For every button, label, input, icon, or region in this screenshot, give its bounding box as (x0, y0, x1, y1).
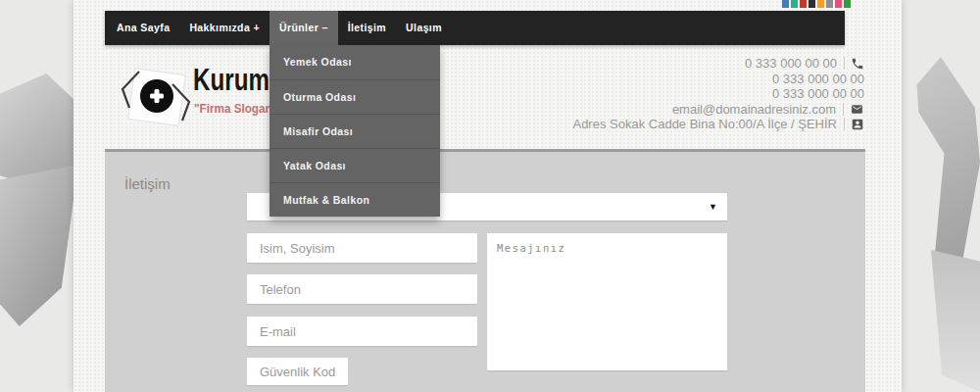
contact-email-iconwrap (843, 103, 864, 116)
contact-phone-line-2: 0 333 000 00 00 (572, 72, 864, 87)
contact-phone-iconwrap (844, 57, 864, 71)
dropdown-item-mutfak-balkon[interactable]: Mutfak & Balkon (270, 182, 440, 217)
contact-email-line: email@domainadresiniz.com (572, 102, 864, 118)
social-square-7[interactable] (835, 0, 842, 8)
nav-item-ulasim[interactable]: Ulaşım (396, 11, 452, 45)
main-nav: Ana Sayfa Hakkımızda + Ürünler – Yemek O… (105, 11, 845, 45)
nav-item-urunler[interactable]: Ürünler – Yemek Odası Oturma Odası Misaf… (270, 11, 338, 45)
divider (844, 118, 845, 130)
social-square-5[interactable] (817, 0, 824, 8)
nav-item-ana-sayfa[interactable]: Ana Sayfa (107, 11, 179, 45)
contact-address-iconwrap (844, 118, 864, 131)
nav-item-hakkimizda[interactable]: Hakkımızda + (179, 11, 270, 45)
page-title: İletişim (124, 175, 171, 192)
phone-field[interactable] (247, 274, 477, 304)
contact-phone-line-1: 0 333 000 00 00 (572, 56, 864, 72)
decor-polygon-right (895, 57, 980, 287)
dropdown-item-yemek-odasi[interactable]: Yemek Odası (270, 45, 440, 79)
dropdown-item-misafir-odasi[interactable]: Misafir Odası (270, 114, 440, 148)
phone-icon (851, 57, 864, 71)
contact-address: Adres Sokak Cadde Bina No:00/A İlçe / ŞE… (572, 117, 837, 131)
dropdown-item-oturma-odasi[interactable]: Oturma Odası (270, 79, 440, 114)
contact-email[interactable]: email@domainadresiniz.com (672, 102, 836, 117)
social-square-6[interactable] (826, 0, 833, 8)
contact-phone-2: 0 333 000 00 00 (772, 72, 864, 86)
dropdown-item-yatak-odasi[interactable]: Yatak Odası (270, 148, 440, 182)
social-square-3[interactable] (800, 0, 807, 8)
name-field[interactable] (247, 233, 477, 263)
social-square-1[interactable] (782, 0, 789, 8)
nav-item-iletisim[interactable]: İletişim (338, 11, 396, 45)
urunler-dropdown: Yemek Odası Oturma Odası Misafir Odası Y… (270, 45, 440, 217)
contact-card-icon (851, 118, 864, 131)
site-logo[interactable] (115, 59, 198, 135)
contact-address-line: Adres Sokak Cadde Bina No:00/A İlçe / ŞE… (572, 117, 864, 132)
header-contact-block: 0 333 000 00 00 0 333 000 00 00 0 333 00… (572, 56, 864, 132)
divider (843, 103, 844, 116)
main-nav-list: Ana Sayfa Hakkımızda + Ürünler – Yemek O… (105, 11, 845, 45)
contact-phone-3: 0 333 000 00 00 (772, 86, 864, 101)
chevron-down-icon: ▼ (709, 193, 717, 220)
page-root: Ana Sayfa Hakkımızda + Ürünler – Yemek O… (0, 0, 980, 392)
divider (844, 57, 845, 70)
security-code-field[interactable] (247, 358, 348, 385)
social-links (782, 0, 851, 8)
contact-panel: İletişim ▼ (105, 149, 865, 392)
page-container: Ana Sayfa Hakkımızda + Ürünler – Yemek O… (74, 0, 902, 392)
social-square-2[interactable] (791, 0, 798, 8)
social-square-4[interactable] (808, 0, 815, 8)
logo-icon (115, 59, 198, 135)
decor-polygon-right-lower (931, 250, 980, 392)
envelope-icon (850, 103, 864, 116)
email-field[interactable] (247, 317, 477, 346)
social-square-8[interactable] (844, 0, 851, 8)
message-field[interactable] (487, 233, 727, 370)
decor-polygon-left-top (0, 74, 78, 199)
nav-item-urunler-label: Ürünler – (279, 22, 328, 33)
contact-phone-1: 0 333 000 00 00 (745, 56, 837, 71)
decor-polygon-left-bottom (0, 165, 78, 326)
contact-phone-line-3: 0 333 000 00 00 (572, 86, 864, 102)
